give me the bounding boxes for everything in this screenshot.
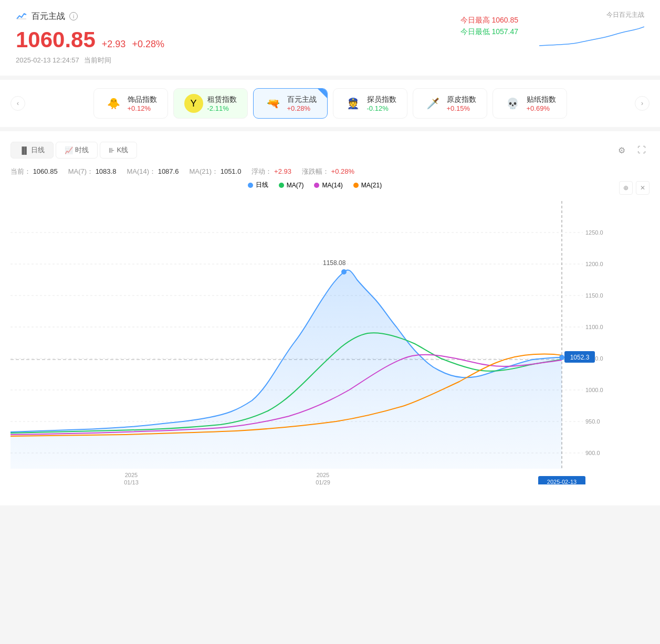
today-high: 今日最高 1060.85: [460, 16, 519, 25]
chart-type-tabs: ▐▌ 日线 📈 时线 ⊪ K线: [11, 142, 137, 159]
tab-info-scout: 探员指数 -0.12%: [367, 95, 396, 112]
price-change-pct: +0.28%: [132, 39, 164, 50]
meta-row: 2025-02-13 12:24:57 当前时间: [16, 56, 164, 65]
ma14-stat: MA(14)： 1087.6: [127, 167, 179, 176]
legend-ma14: MA(14): [314, 181, 342, 189]
tab-icon-cosmetics: 🐥: [104, 94, 123, 113]
today-low-val: 1057.47: [491, 27, 518, 36]
tab-info-hundred: 百元主战 +0.28%: [287, 95, 317, 112]
tab-name-cosmetics: 饰品指数: [128, 95, 157, 104]
legend-dot-ma7: [279, 183, 284, 188]
svg-text:1200.0: 1200.0: [585, 261, 603, 267]
tab-info-cosmetics: 饰品指数 +0.12%: [128, 95, 157, 112]
info-icon[interactable]: i: [69, 12, 78, 20]
svg-text:01/29: 01/29: [316, 479, 330, 484]
current-stat: 当前： 1060.85: [11, 167, 58, 176]
kline-tab-icon: ⊪: [109, 146, 114, 154]
current-dot: [559, 355, 564, 360]
svg-text:1150.0: 1150.0: [585, 292, 603, 299]
main-price: 1060.85: [16, 27, 96, 52]
chart-tab-kline[interactable]: ⊪ K线: [100, 142, 137, 159]
tab-hundred[interactable]: 🔫 百元主战 +0.28%: [253, 88, 328, 119]
next-tab-btn[interactable]: ›: [635, 96, 649, 111]
tab-info-original: 原皮指数 +0.15%: [447, 95, 476, 112]
tab-change-cosmetics: +0.12%: [128, 104, 157, 112]
chart-wrapper: 1250.0 1200.0 1150.0 1100.0 1050.0 1000.…: [11, 201, 649, 495]
legend-actions: ⊕ ✕: [619, 181, 649, 195]
today-low-label: 今日最低: [460, 27, 490, 36]
settings-icon[interactable]: ⚙: [614, 142, 630, 158]
legend-dot-ma21: [353, 183, 359, 188]
float-stat: 浮动： +2.93: [252, 167, 291, 176]
tab-info-rental: 租赁指数 -2.11%: [207, 95, 237, 112]
header-card: 百元主战 i 1060.85 +2.93 +0.28% 2025-02-13 1…: [0, 0, 660, 76]
tab-icon-original: 🗡️: [424, 94, 443, 113]
data-icon[interactable]: ✕: [636, 181, 649, 195]
legend-label-ma21: MA(21): [361, 182, 382, 189]
date-label: 当前时间: [84, 56, 111, 64]
tab-original[interactable]: 🗡️ 原皮指数 +0.15%: [413, 88, 487, 119]
mini-chart-area: 今日百元主战: [539, 10, 644, 56]
chart-stats: 当前： 1060.85 MA(7)： 1083.8 MA(14)： 1087.6…: [11, 167, 649, 176]
chart-card: ▐▌ 日线 📈 时线 ⊪ K线 ⚙ ⛶ 当前： 1060.85 MA(7)： 1…: [0, 131, 660, 505]
svg-text:1250.0: 1250.0: [585, 229, 603, 236]
tab-name-original: 原皮指数: [447, 95, 476, 104]
tab-scout[interactable]: 👮 探员指数 -0.12%: [333, 88, 407, 119]
tab-change-scout: -0.12%: [367, 104, 396, 112]
crosshair-icon[interactable]: ⊕: [619, 181, 633, 195]
svg-text:1052.3: 1052.3: [570, 354, 590, 361]
tab-change-hundred: +0.28%: [287, 104, 317, 112]
price-change-abs: +2.93: [102, 39, 126, 50]
tabs-list: 🐥 饰品指数 +0.12% Y 租赁指数 -2.11% 🔫 百元主战 +0.28…: [25, 88, 635, 119]
mini-chart-label: 今日百元主战: [539, 10, 644, 19]
tab-change-sticker: +0.69%: [527, 104, 556, 112]
tab-rental[interactable]: Y 租赁指数 -2.11%: [173, 88, 248, 119]
index-tabs: ‹ 🐥 饰品指数 +0.12% Y 租赁指数 -2.11% 🔫 百元主战 +0.…: [0, 80, 660, 127]
legend-dot-ma14: [314, 183, 319, 188]
legend-dot-daily: [248, 183, 253, 188]
time-tab-label: 时线: [75, 145, 89, 155]
tab-icon-scout: 👮: [344, 94, 363, 113]
legend-ma21: MA(21): [353, 181, 382, 189]
tab-icon-hundred: 🔫: [264, 94, 283, 113]
svg-text:2025-02-13: 2025-02-13: [547, 479, 577, 484]
chart-tab-time[interactable]: 📈 时线: [56, 142, 98, 159]
tab-change-original: +0.15%: [447, 104, 476, 112]
mini-chart-svg: [539, 22, 644, 54]
today-high-val: 1060.85: [491, 16, 518, 24]
price-row: 1060.85 +2.93 +0.28%: [16, 27, 164, 52]
chart-icon: [16, 10, 27, 22]
svg-text:1158.08: 1158.08: [323, 259, 346, 267]
prev-tab-btn[interactable]: ‹: [11, 96, 25, 111]
header-left: 百元主战 i 1060.85 +2.93 +0.28% 2025-02-13 1…: [16, 10, 164, 65]
page-title: 百元主战: [32, 11, 65, 22]
chart-controls: ▐▌ 日线 📈 时线 ⊪ K线 ⚙ ⛶: [11, 142, 649, 159]
time-tab-icon: 📈: [65, 146, 73, 154]
chart-actions: ⚙ ⛶: [614, 142, 649, 158]
tab-name-sticker: 贴纸指数: [527, 95, 556, 104]
daily-tab-icon: ▐▌: [19, 146, 29, 154]
chart-tab-daily[interactable]: ▐▌ 日线: [11, 142, 54, 159]
tab-sticker[interactable]: 💀 贴纸指数 +0.69%: [493, 88, 567, 119]
fullscreen-icon[interactable]: ⛶: [634, 142, 649, 158]
tab-info-sticker: 贴纸指数 +0.69%: [527, 95, 556, 112]
tab-cosmetics[interactable]: 🐥 饰品指数 +0.12%: [93, 88, 168, 119]
peak-dot: [341, 269, 347, 275]
main-chart-svg: 1250.0 1200.0 1150.0 1100.0 1050.0 1000.…: [11, 201, 614, 484]
tab-name-hundred: 百元主战: [287, 95, 317, 104]
date-time: 2025-02-13 12:24:57: [16, 56, 79, 64]
svg-text:900.0: 900.0: [585, 450, 600, 456]
svg-text:1000.0: 1000.0: [585, 387, 603, 393]
tab-icon-sticker: 💀: [504, 94, 522, 113]
legend-daily: 日线: [248, 181, 268, 189]
svg-text:01/13: 01/13: [124, 479, 139, 484]
kline-tab-label: K线: [117, 145, 128, 155]
tab-change-rental: -2.11%: [207, 104, 237, 112]
ma21-stat: MA(21)： 1051.0: [189, 167, 241, 176]
daily-tab-label: 日线: [31, 145, 45, 155]
svg-text:1100.0: 1100.0: [585, 324, 603, 330]
chart-legend: 日线 MA(7) MA(14) MA(21): [11, 181, 619, 189]
legend-ma7: MA(7): [279, 181, 304, 189]
svg-text:2025: 2025: [317, 472, 329, 478]
title-row: 百元主战 i: [16, 10, 164, 22]
